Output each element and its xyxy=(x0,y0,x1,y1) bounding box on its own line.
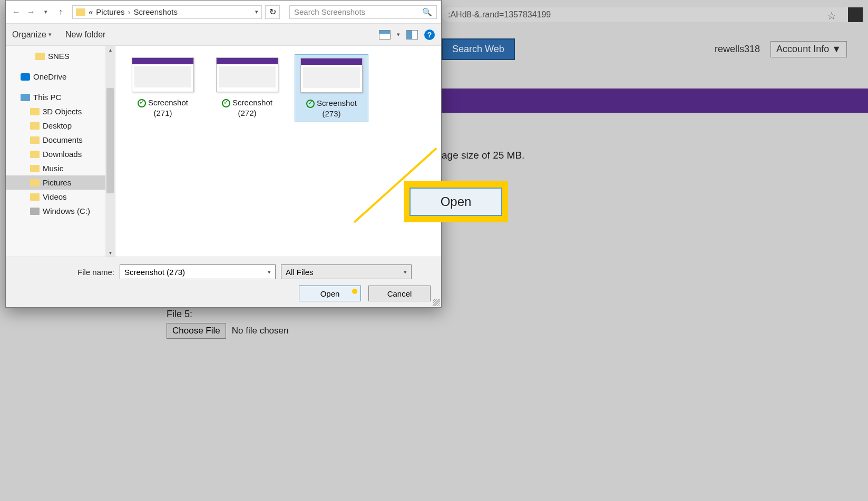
file-label: Screenshot (271) xyxy=(148,98,188,117)
dialog-nav-bar: ← → ▾ ↑ « Pictures › Screenshots ▾ ↻ Sea… xyxy=(6,1,441,24)
onedrive-icon xyxy=(21,73,30,81)
breadcrumb-dropdown-icon[interactable]: ▾ xyxy=(255,8,258,15)
tree-item-3d-objects[interactable]: 3D Objects xyxy=(6,104,115,119)
search-web-button[interactable]: Search Web xyxy=(442,38,515,60)
tree-item-snes[interactable]: SNES xyxy=(6,49,115,63)
folder-icon xyxy=(30,122,40,130)
folder-icon xyxy=(76,8,85,16)
bookmark-star-icon[interactable]: ☆ xyxy=(827,9,836,22)
breadcrumb[interactable]: « Pictures › Screenshots ▾ xyxy=(72,5,262,19)
sync-ok-icon xyxy=(222,99,230,107)
page-purple-bar xyxy=(442,89,868,113)
browser-url-bar[interactable]: :AHd8-&.rand=1357834199 xyxy=(442,7,863,22)
search-input[interactable]: Search Screenshots 🔍 xyxy=(289,5,437,19)
tree-label: SNES xyxy=(48,52,70,61)
tree-item-downloads[interactable]: Downloads xyxy=(6,147,115,161)
file-open-dialog: ← → ▾ ↑ « Pictures › Screenshots ▾ ↻ Sea… xyxy=(5,0,442,308)
tree-item-this-pc[interactable]: This PC xyxy=(6,90,115,104)
folder-icon xyxy=(30,193,40,201)
tree-item-desktop[interactable]: Desktop xyxy=(6,119,115,133)
file-item-271[interactable]: Screenshot (271) xyxy=(126,54,200,121)
folder-tree[interactable]: SNES OneDrive This PC 3D Objects Desktop… xyxy=(6,46,115,257)
view-dropdown-icon[interactable]: ▾ xyxy=(397,31,400,38)
callout-pointer-dot xyxy=(352,289,357,294)
tree-label: This PC xyxy=(33,93,61,102)
choose-file-button[interactable]: Choose File xyxy=(167,323,226,339)
tree-item-pictures[interactable]: Pictures xyxy=(6,175,115,190)
up-icon[interactable]: ↑ xyxy=(54,6,67,18)
sync-ok-icon xyxy=(138,99,146,107)
new-folder-button[interactable]: New folder xyxy=(65,30,105,40)
folder-icon xyxy=(30,108,40,115)
preview-pane-icon[interactable] xyxy=(406,30,418,40)
new-folder-label: New folder xyxy=(65,30,105,40)
open-button[interactable]: Open xyxy=(299,286,361,301)
cancel-button[interactable]: Cancel xyxy=(368,286,431,301)
organize-menu[interactable]: Organize ▾ xyxy=(12,30,52,40)
folder-icon xyxy=(35,53,45,60)
thumbnail xyxy=(132,57,194,92)
tree-label: Desktop xyxy=(43,121,72,130)
file5-row: File 5: Choose File No file chosen xyxy=(167,309,288,339)
breadcrumb-pictures[interactable]: Pictures xyxy=(96,7,124,16)
callout-highlight: Open xyxy=(404,181,508,222)
tree-label: Downloads xyxy=(43,150,82,159)
pc-icon xyxy=(21,94,30,101)
open-label: Open xyxy=(320,289,340,298)
scroll-down-icon[interactable]: ▾ xyxy=(107,250,113,256)
file-name-label: File name: xyxy=(77,268,114,277)
file-item-272[interactable]: Screenshot (272) xyxy=(210,54,284,121)
username-label[interactable]: rewells318 xyxy=(715,44,760,55)
tree-item-onedrive[interactable]: OneDrive xyxy=(6,70,115,84)
resize-grip-icon[interactable] xyxy=(433,299,440,306)
help-icon[interactable]: ? xyxy=(424,30,435,40)
tree-label: Windows (C:) xyxy=(43,207,90,215)
tree-label: 3D Objects xyxy=(43,107,82,116)
files-area[interactable]: Screenshot (271) Screenshot (272) Screen… xyxy=(115,46,441,257)
tree-label: Videos xyxy=(43,192,67,201)
sync-ok-icon xyxy=(306,100,315,108)
organize-label: Organize xyxy=(12,30,46,40)
scroll-thumb[interactable] xyxy=(106,88,114,193)
file-name-input[interactable]: Screenshot (273) ▾ xyxy=(120,264,276,279)
file-item-273[interactable]: Screenshot (273) xyxy=(295,54,368,122)
tree-item-documents[interactable]: Documents xyxy=(6,133,115,147)
refresh-icon[interactable]: ↻ xyxy=(265,5,280,19)
tree-label: OneDrive xyxy=(33,72,66,81)
dialog-bottom: File name: Screenshot (273) ▾ All Files … xyxy=(6,257,441,307)
extension-icon[interactable] xyxy=(848,7,863,22)
no-file-text: No file chosen xyxy=(232,326,289,336)
dialog-toolbar: Organize ▾ New folder ▾ ? xyxy=(6,24,441,46)
thumbnail xyxy=(216,57,278,92)
folder-icon xyxy=(30,151,40,158)
dialog-body: SNES OneDrive This PC 3D Objects Desktop… xyxy=(6,46,441,257)
view-mode-icon[interactable] xyxy=(379,30,391,40)
tree-item-videos[interactable]: Videos xyxy=(6,190,115,204)
thumbnail xyxy=(300,58,363,93)
forward-icon[interactable]: → xyxy=(25,6,37,18)
file-type-filter[interactable]: All Files ▾ xyxy=(281,264,412,279)
tree-item-music[interactable]: Music xyxy=(6,161,115,175)
chevron-down-icon[interactable]: ▾ xyxy=(268,269,271,276)
tree-scrollbar[interactable]: ▴ ▾ xyxy=(105,46,115,257)
file-label: Screenshot (273) xyxy=(317,99,357,118)
breadcrumb-prefix: « xyxy=(89,7,93,16)
scroll-up-icon[interactable]: ▴ xyxy=(107,47,113,53)
breadcrumb-screenshots[interactable]: Screenshots xyxy=(134,7,178,16)
recent-dropdown-icon[interactable]: ▾ xyxy=(40,6,52,18)
back-icon[interactable]: ← xyxy=(10,6,23,18)
tree-label: Music xyxy=(43,164,63,173)
folder-icon xyxy=(30,165,40,172)
drive-icon xyxy=(30,208,40,215)
file-label: Screenshot (272) xyxy=(232,98,272,117)
tree-item-windows-c[interactable]: Windows (C:) xyxy=(6,204,115,218)
callout-open-button: Open xyxy=(409,188,502,216)
chevron-right-icon: › xyxy=(128,7,131,16)
file5-label: File 5: xyxy=(167,309,288,320)
chevron-down-icon[interactable]: ▾ xyxy=(404,269,407,276)
page-size-text: age size of 25 MB. xyxy=(442,150,524,161)
folder-icon xyxy=(30,136,40,144)
account-info-dropdown[interactable]: Account Info ▼ xyxy=(771,41,847,57)
file-name-value: Screenshot (273) xyxy=(124,268,185,277)
url-text: :AHd8-&.rand=1357834199 xyxy=(448,10,551,19)
